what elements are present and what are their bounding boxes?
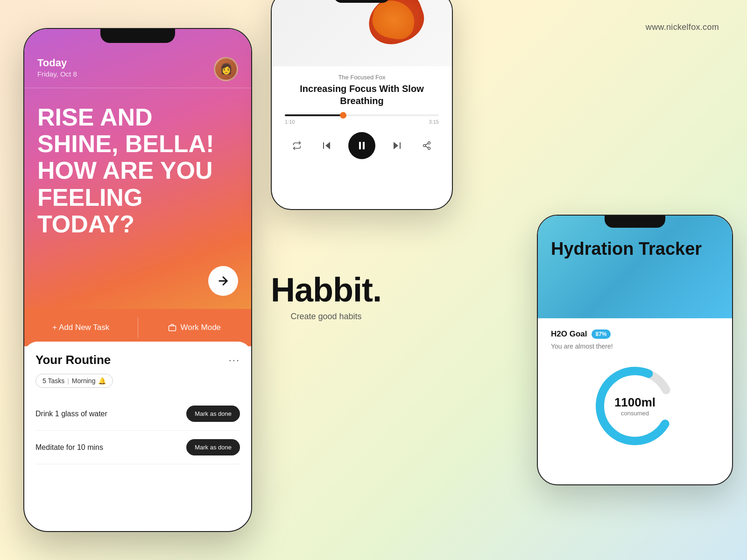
bell-icon: 🔔: [98, 377, 106, 385]
task-item-2: Meditate for 10 mins Mark as done: [35, 431, 240, 464]
phone1-notch: [100, 29, 175, 43]
tasks-count-tag: 5 Tasks | Morning 🔔: [35, 374, 113, 388]
phone3-header: Hydration Tracker: [538, 216, 732, 318]
separator: |: [67, 377, 69, 385]
phone1-topbar: Today Friday, Oct 8 👩: [24, 52, 251, 81]
repeat-button[interactable]: [289, 137, 305, 154]
website-url: www.nickelfox.com: [646, 22, 719, 32]
phone1-date: Friday, Oct 8: [37, 70, 77, 78]
share-button[interactable]: [418, 137, 435, 154]
podcast-name: The Focused Fox: [285, 74, 439, 81]
task-name-1: Drink 1 glass of water: [35, 410, 107, 418]
progress-fill: [285, 114, 343, 116]
progress-bar[interactable]: [285, 114, 439, 116]
playback-controls: [285, 132, 439, 159]
previous-button[interactable]: [318, 137, 335, 154]
consumed-unit: consumed: [614, 410, 655, 417]
svg-point-9: [423, 145, 426, 147]
hydration-circle: 1100ml consumed: [551, 359, 719, 453]
goal-subtitle: You are almost there!: [551, 343, 719, 350]
routine-title: Your Routine: [35, 353, 111, 367]
phone1-header: Today Friday, Oct 8 👩 RISE AND SHINE, BE…: [24, 29, 251, 309]
total-time: 3:15: [429, 119, 439, 125]
progress-handle[interactable]: [340, 112, 346, 119]
goal-label: H2O Goal: [551, 329, 587, 339]
work-mode-label: Work Mode: [180, 323, 221, 332]
avatar[interactable]: 👩: [214, 57, 238, 81]
svg-marker-2: [325, 142, 330, 149]
phone1-routine-card: Your Routine ··· 5 Tasks | Morning 🔔 Dri…: [24, 342, 251, 464]
time-row: 1:10 3:15: [285, 119, 439, 125]
mark-done-button-1[interactable]: Mark as done: [186, 406, 240, 422]
next-button[interactable]: [388, 137, 405, 154]
svg-point-10: [428, 147, 430, 149]
phone1-arrow-button[interactable]: [208, 266, 238, 296]
add-task-button[interactable]: + Add New Task: [24, 309, 138, 346]
routine-tags: 5 Tasks | Morning 🔔: [35, 374, 240, 388]
phone1-greeting: RISE AND SHINE, BELLA! HOW ARE YOU FEELI…: [24, 95, 251, 247]
phone-music-player: The Focused Fox Increasing Focus With Sl…: [271, 0, 453, 210]
app-name: Habbit.: [271, 271, 381, 309]
goal-row: H2O Goal 87%: [551, 329, 719, 339]
routine-more-button[interactable]: ···: [229, 354, 240, 366]
phone1-divider: [24, 88, 251, 88]
phone-habbit-main: Today Friday, Oct 8 👩 RISE AND SHINE, BE…: [23, 28, 252, 532]
album-art: [272, 0, 452, 66]
svg-rect-5: [363, 142, 365, 149]
phone2-content: The Focused Fox Increasing Focus With Sl…: [272, 66, 452, 167]
tasks-count: 5 Tasks: [42, 377, 64, 385]
svg-point-8: [428, 142, 430, 144]
work-mode-button[interactable]: Work Mode: [138, 309, 252, 346]
phone2-notch: [334, 0, 390, 3]
phone3-notch: [605, 216, 665, 228]
phone-hydration-tracker: Hydration Tracker H2O Goal 87% You are a…: [537, 215, 733, 485]
svg-line-12: [425, 143, 428, 145]
phone3-content: H2O Goal 87% You are almost there! 1100m…: [538, 318, 732, 464]
phone1-date-section: Today Friday, Oct 8: [37, 57, 77, 78]
task-name-2: Meditate for 10 mins: [35, 443, 103, 452]
track-name: Increasing Focus With Slow Breathing: [285, 83, 439, 107]
consumed-text: 1100ml consumed: [614, 395, 655, 417]
phone1-action-bar: + Add New Task Work Mode: [24, 309, 251, 346]
svg-rect-4: [359, 142, 361, 149]
current-time: 1:10: [285, 119, 295, 125]
svg-line-11: [425, 146, 428, 147]
phone1-today-label: Today: [37, 57, 77, 69]
hydration-title: Hydration Tracker: [551, 239, 719, 259]
phone1-routine-header: Your Routine ···: [35, 353, 240, 367]
app-tagline: Create good habits: [271, 312, 381, 322]
svg-rect-1: [169, 326, 176, 331]
goal-badge: 87%: [592, 329, 610, 339]
consumed-value: 1100ml: [614, 395, 655, 410]
period-label: Morning: [72, 377, 96, 385]
svg-marker-6: [394, 142, 398, 149]
pause-button[interactable]: [348, 132, 375, 159]
app-name-section: Habbit. Create good habits: [271, 271, 381, 322]
task-item-1: Drink 1 glass of water Mark as done: [35, 397, 240, 431]
mark-done-button-2[interactable]: Mark as done: [186, 439, 240, 455]
